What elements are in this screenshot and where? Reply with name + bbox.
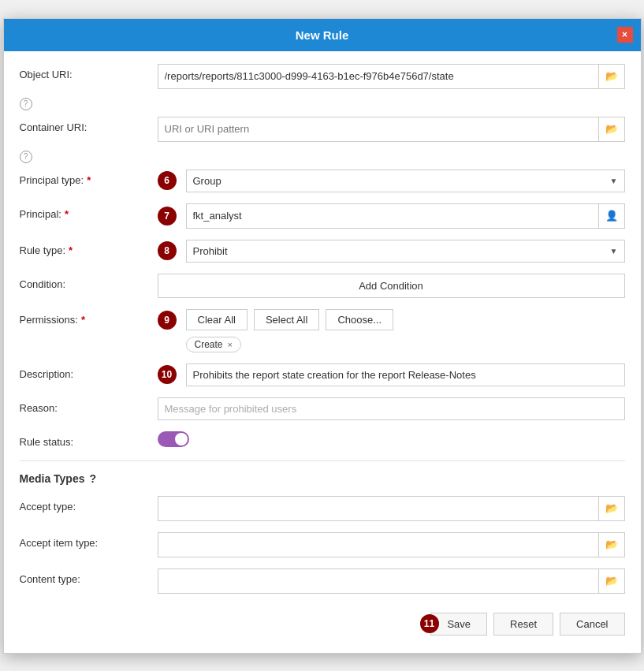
rule-type-row-content: 8 Prohibit Allow ▼: [158, 240, 625, 263]
permissions-row-content: 9 Clear All Select All Choose... Create …: [158, 309, 625, 352]
container-uri-help-row: ?: [20, 145, 625, 163]
accept-item-type-row: Accept item type: 📂: [20, 532, 625, 557]
principal-type-control: Group User Role ▼: [186, 170, 625, 192]
object-uri-input[interactable]: [158, 65, 598, 87]
condition-control: Add Condition: [158, 274, 625, 298]
permissions-required: *: [81, 314, 85, 326]
step10-badge: 10: [158, 365, 177, 384]
content-type-label: Content type:: [20, 568, 158, 585]
principal-input[interactable]: [187, 205, 598, 226]
container-uri-label: Container URI:: [20, 117, 158, 133]
dialog-header: New Rule ×: [4, 19, 641, 51]
accept-type-control: 📂: [158, 496, 625, 521]
principal-type-row-content: 6 Group User Role ▼: [158, 170, 625, 192]
principal-type-select[interactable]: Group User Role: [187, 170, 604, 192]
select-all-button[interactable]: Select All: [254, 309, 319, 330]
content-type-folder-icon[interactable]: 📂: [598, 569, 624, 593]
content-type-row: Content type: 📂: [20, 568, 625, 594]
principal-type-label: Principal type: *: [20, 170, 158, 186]
rule-type-select[interactable]: Prohibit Allow: [187, 240, 604, 262]
rule-type-chevron-icon: ▼: [604, 244, 624, 259]
rule-status-control: [158, 431, 625, 449]
accept-type-row: Accept type: 📂: [20, 496, 625, 521]
content-type-input[interactable]: [158, 570, 598, 592]
add-condition-button[interactable]: Add Condition: [158, 274, 625, 298]
rule-status-toggle[interactable]: [158, 431, 189, 447]
step11-badge: 11: [420, 614, 439, 633]
accept-type-input-wrapper: 📂: [158, 496, 625, 521]
accept-item-type-control: 📂: [158, 532, 625, 557]
principal-input-wrapper: 👤: [186, 203, 625, 229]
principal-row: Principal: * 7 👤: [20, 203, 625, 229]
rule-type-required: *: [69, 244, 73, 256]
principal-control: 👤: [186, 203, 625, 229]
rule-type-select-wrapper: Prohibit Allow ▼: [186, 240, 625, 263]
new-rule-dialog: New Rule × Object URI: 📂 ? Cont: [3, 18, 642, 654]
description-row: Description: 10: [20, 363, 625, 386]
principal-required: *: [65, 208, 69, 220]
container-uri-input[interactable]: [158, 118, 598, 140]
choose-button[interactable]: Choose...: [326, 309, 393, 330]
reset-button[interactable]: Reset: [493, 613, 553, 636]
container-uri-control: 📂: [158, 117, 625, 142]
accept-type-label: Accept type:: [20, 496, 158, 513]
create-tag-label: Create: [195, 339, 223, 350]
principal-row-content: 7 👤: [158, 203, 625, 229]
reason-label: Reason:: [20, 397, 158, 414]
description-input[interactable]: [186, 363, 625, 386]
accept-item-type-input[interactable]: [158, 534, 598, 556]
permissions-buttons-row: Clear All Select All Choose...: [186, 309, 625, 330]
accept-item-type-input-wrapper: 📂: [158, 532, 625, 557]
object-uri-help-icon[interactable]: ?: [20, 98, 32, 110]
step9-badge: 9: [158, 311, 177, 330]
create-tag-close[interactable]: ×: [228, 340, 233, 349]
reason-input[interactable]: [158, 397, 625, 420]
object-uri-row: Object URI: 📂: [20, 64, 625, 89]
footer-row: 11 Save Reset Cancel: [20, 605, 625, 640]
create-tag: Create ×: [186, 337, 241, 352]
media-types-help-icon[interactable]: ?: [90, 472, 97, 485]
clear-all-button[interactable]: Clear All: [186, 309, 248, 330]
description-label: Description:: [20, 363, 158, 380]
cancel-button[interactable]: Cancel: [560, 613, 624, 636]
container-uri-row: Container URI: 📂: [20, 117, 625, 142]
step7-badge: 7: [158, 207, 177, 226]
rule-type-control: Prohibit Allow ▼: [186, 240, 625, 263]
accept-item-type-folder-icon[interactable]: 📂: [598, 533, 624, 557]
principal-person-icon[interactable]: 👤: [598, 204, 624, 228]
object-uri-help-row: ?: [20, 92, 625, 110]
description-row-content: 10: [158, 363, 625, 386]
content-type-control: 📂: [158, 568, 625, 594]
rule-status-row: Rule status:: [20, 431, 625, 449]
permissions-tags: Create ×: [186, 337, 625, 352]
object-uri-control: 📂: [158, 64, 625, 89]
rule-type-label: Rule type: *: [20, 240, 158, 256]
container-uri-folder-icon[interactable]: 📂: [598, 117, 624, 141]
accept-item-type-label: Accept item type:: [20, 532, 158, 549]
permissions-row: Permissions: * 9 Clear All Select All Ch…: [20, 309, 625, 352]
section-divider: [20, 460, 625, 461]
reason-control: [158, 397, 625, 420]
object-uri-input-wrapper: 📂: [158, 64, 625, 89]
content-type-input-wrapper: 📂: [158, 568, 625, 594]
save-button[interactable]: Save: [430, 613, 487, 636]
media-types-section-title: Media Types ?: [20, 472, 625, 485]
principal-type-row: Principal type: * 6 Group User Role ▼: [20, 170, 625, 192]
accept-type-folder-icon[interactable]: 📂: [598, 497, 624, 520]
object-uri-help-spacer: ?: [20, 92, 158, 110]
container-uri-help-icon[interactable]: ?: [20, 151, 32, 163]
permissions-control: Clear All Select All Choose... Create ×: [186, 309, 625, 352]
principal-type-required: *: [87, 174, 91, 186]
object-uri-folder-icon[interactable]: 📂: [598, 65, 624, 88]
object-uri-label: Object URI:: [20, 64, 158, 80]
accept-type-input[interactable]: [158, 498, 598, 520]
rule-type-row: Rule type: * 8 Prohibit Allow ▼: [20, 240, 625, 263]
close-button[interactable]: ×: [617, 27, 633, 43]
dialog-title: New Rule: [296, 28, 349, 42]
permissions-label: Permissions: *: [20, 309, 158, 326]
dialog-body: Object URI: 📂 ? Container URI:: [4, 51, 641, 653]
principal-type-chevron-icon: ▼: [604, 173, 624, 188]
rule-status-label: Rule status:: [20, 431, 158, 448]
reason-row: Reason:: [20, 397, 625, 420]
principal-label: Principal: *: [20, 203, 158, 220]
